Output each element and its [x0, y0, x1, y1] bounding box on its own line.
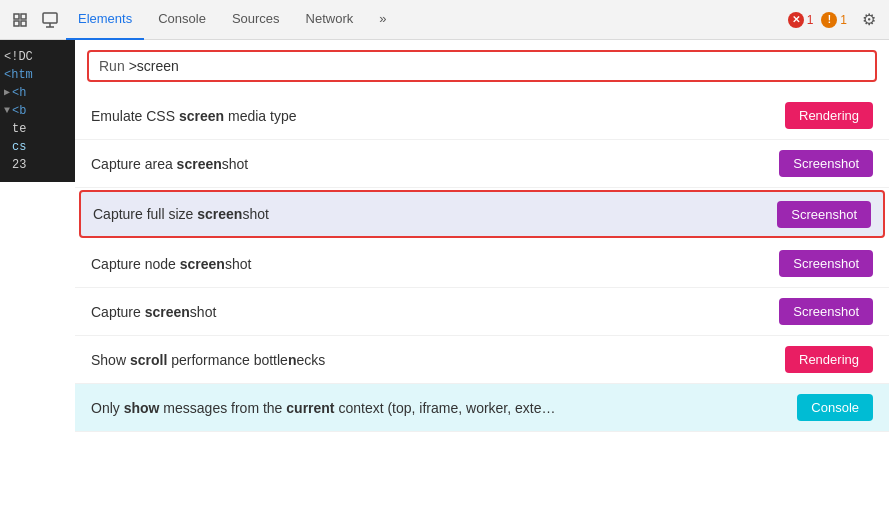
code-line-6: cs [4, 138, 71, 156]
screenshot-button-2[interactable]: Screenshot [777, 201, 871, 228]
tab-sources[interactable]: Sources [220, 0, 292, 40]
tab-console-label: Console [158, 11, 206, 26]
error-badge[interactable]: ✕ 1 [788, 12, 814, 28]
svg-rect-1 [21, 14, 26, 19]
command-emulate-css[interactable]: Emulate CSS screen media type Rendering [75, 92, 889, 140]
error-icon: ✕ [788, 12, 804, 28]
style-label: Style [4, 479, 31, 493]
screenshot-button-4[interactable]: Screenshot [779, 298, 873, 325]
search-label: Run [99, 58, 125, 74]
svg-rect-2 [14, 21, 19, 26]
command-show-scroll[interactable]: Show scroll performance bottlenecks Rend… [75, 336, 889, 384]
code-line-7: 23 [4, 156, 71, 174]
code-line-1: <!DC [4, 48, 71, 66]
cursor-icon[interactable] [6, 6, 34, 34]
arrow-3: ▶ [4, 84, 10, 102]
command-capture-full[interactable]: Capture full size screenshot Screenshot [79, 190, 885, 238]
tab-network-label: Network [306, 11, 354, 26]
screenshot-button-1[interactable]: Screenshot [779, 150, 873, 177]
tab-sources-label: Sources [232, 11, 280, 26]
settings-button[interactable]: ⚙ [855, 6, 883, 34]
command-capture-area-text: Capture area screenshot [91, 156, 248, 172]
arrow-4: ▼ [4, 102, 10, 120]
tab-more-label: » [379, 11, 386, 26]
svg-rect-0 [14, 14, 19, 19]
settings-icon: ⚙ [862, 10, 876, 29]
command-capture-node-text: Capture node screenshot [91, 256, 251, 272]
command-capture-area[interactable]: Capture area screenshot Screenshot [75, 140, 889, 188]
inspect-icon[interactable] [36, 6, 64, 34]
code-panel: <!DC <htm ▶ <h ▼ <b te cs 23 ht [0, 40, 75, 527]
warning-count: 1 [840, 13, 847, 27]
tab-elements[interactable]: Elements [66, 0, 144, 40]
rendering-button-1[interactable]: Rendering [785, 102, 873, 129]
command-show-messages-text: Only show messages from the current cont… [91, 400, 556, 416]
code-editor: <!DC <htm ▶ <h ▼ <b te cs 23 [0, 40, 75, 182]
main-area: <!DC <htm ▶ <h ▼ <b te cs 23 ht [0, 40, 889, 527]
svg-rect-4 [43, 13, 57, 23]
code-text-4: <b [12, 102, 26, 120]
warning-icon: ! [821, 12, 837, 28]
command-capture-screenshot[interactable]: Capture screenshot Screenshot [75, 288, 889, 336]
code-text-2: <htm [4, 66, 33, 84]
command-capture-screenshot-text: Capture screenshot [91, 304, 216, 320]
devtools-toolbar: Elements Console Sources Network » ✕ 1 !… [0, 0, 889, 40]
svg-rect-3 [21, 21, 26, 26]
screenshot-button-3[interactable]: Screenshot [779, 250, 873, 277]
command-emulate-css-text: Emulate CSS screen media type [91, 108, 296, 124]
code-line-2: <htm [4, 66, 71, 84]
tab-console[interactable]: Console [146, 0, 218, 40]
rendering-button-2[interactable]: Rendering [785, 346, 873, 373]
tab-more[interactable]: » [367, 0, 398, 40]
code-text-1: <!DC [4, 48, 33, 66]
command-show-scroll-text: Show scroll performance bottlenecks [91, 352, 325, 368]
warning-badge[interactable]: ! 1 [821, 12, 847, 28]
code-text-3: <h [12, 84, 26, 102]
command-list: Emulate CSS screen media type Rendering … [75, 92, 889, 527]
command-capture-node[interactable]: Capture node screenshot Screenshot [75, 240, 889, 288]
command-capture-full-text: Capture full size screenshot [93, 206, 269, 222]
code-text-6: cs [12, 138, 26, 156]
console-button-1[interactable]: Console [797, 394, 873, 421]
tab-elements-label: Elements [78, 11, 132, 26]
code-text-7: 23 [12, 156, 26, 174]
search-query: >screen [129, 58, 179, 74]
command-show-messages[interactable]: Only show messages from the current cont… [75, 384, 889, 432]
code-line-4: ▼ <b [4, 102, 71, 120]
code-line-5: te [4, 120, 71, 138]
code-line-3: ▶ <h [4, 84, 71, 102]
search-box[interactable]: Run >screen [87, 50, 877, 82]
html-label: html [4, 458, 27, 472]
code-text-5: te [12, 120, 26, 138]
command-palette: Run >screen Emulate CSS screen media typ… [75, 40, 889, 527]
tab-network[interactable]: Network [294, 0, 366, 40]
error-count: 1 [807, 13, 814, 27]
